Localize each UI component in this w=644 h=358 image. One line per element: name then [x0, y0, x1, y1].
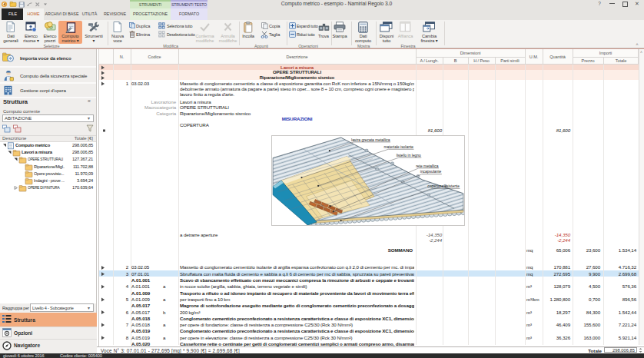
- svg-text:lastra grecata metallica: lastra grecata metallica: [351, 138, 390, 141]
- svg-text:rete metallica: rete metallica: [416, 164, 438, 167]
- svg-text:copertura esistente: copertura esistente: [427, 184, 460, 188]
- svg-text:materiale isolante: materiale isolante: [384, 144, 414, 148]
- svg-text:incapsulante: incapsulante: [420, 170, 442, 174]
- svg-text:listello in legno: listello in legno: [397, 153, 421, 157]
